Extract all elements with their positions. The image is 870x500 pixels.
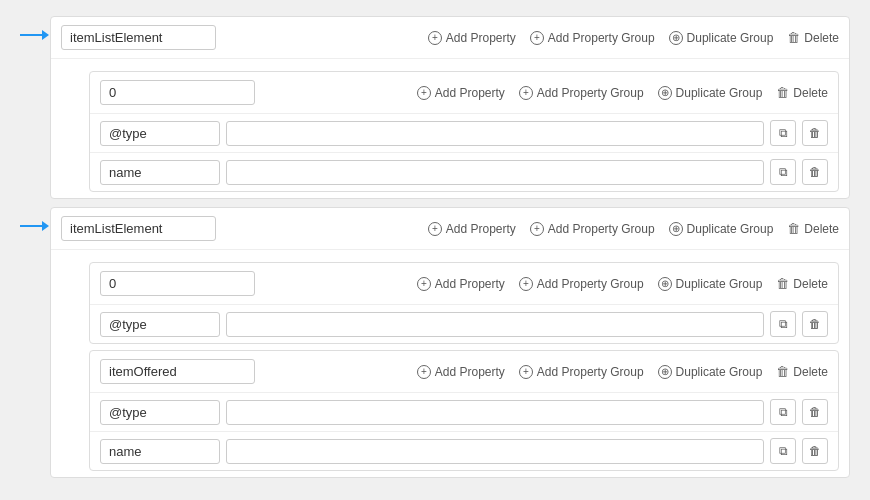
trash-icon: 🗑 bbox=[787, 221, 800, 236]
add-property-button[interactable]: +Add Property bbox=[428, 222, 516, 236]
section-label-input[interactable] bbox=[61, 25, 216, 50]
trash-small-icon: 🗑 bbox=[809, 444, 821, 458]
property-value-input[interactable] bbox=[226, 439, 764, 464]
child-panel: +Add Property+Add Property Group⊕Duplica… bbox=[89, 350, 839, 471]
add-property-button[interactable]: +Add Property bbox=[417, 86, 505, 100]
arrow-head bbox=[42, 30, 49, 40]
add-group-icon: + bbox=[530, 222, 544, 236]
property-row: ⧉🗑 bbox=[90, 153, 838, 191]
child-label-input[interactable] bbox=[100, 80, 255, 105]
property-row: ⧉🗑 bbox=[90, 393, 838, 432]
property-key-input[interactable] bbox=[100, 160, 220, 185]
trash-icon: 🗑 bbox=[776, 85, 789, 100]
copy-button[interactable]: ⧉ bbox=[770, 438, 796, 464]
add-property-button[interactable]: +Add Property bbox=[417, 365, 505, 379]
trash-small-icon: 🗑 bbox=[809, 405, 821, 419]
delete-button[interactable]: 🗑Delete bbox=[776, 276, 828, 291]
arrow-line bbox=[20, 34, 42, 36]
child-group: +Add Property+Add Property Group⊕Duplica… bbox=[89, 350, 839, 471]
delete-property-button[interactable]: 🗑 bbox=[802, 399, 828, 425]
delete-label: Delete bbox=[793, 365, 828, 379]
copy-icon: ⧉ bbox=[779, 126, 788, 140]
add-property-group-label: Add Property Group bbox=[537, 277, 644, 291]
property-key-input[interactable] bbox=[100, 312, 220, 337]
delete-property-button[interactable]: 🗑 bbox=[802, 159, 828, 185]
add-property-button[interactable]: +Add Property bbox=[417, 277, 505, 291]
delete-button[interactable]: 🗑Delete bbox=[787, 221, 839, 236]
copy-button[interactable]: ⧉ bbox=[770, 120, 796, 146]
property-value-input[interactable] bbox=[226, 400, 764, 425]
child-label-input[interactable] bbox=[100, 271, 255, 296]
action-bar: +Add Property+Add Property Group⊕Duplica… bbox=[417, 276, 828, 291]
duplicate-icon: ⊕ bbox=[669, 222, 683, 236]
property-row: ⧉🗑 bbox=[90, 114, 838, 153]
duplicate-icon: ⊕ bbox=[669, 31, 683, 45]
duplicate-group-button[interactable]: ⊕Duplicate Group bbox=[669, 31, 774, 45]
copy-button[interactable]: ⧉ bbox=[770, 311, 796, 337]
delete-property-button[interactable]: 🗑 bbox=[802, 120, 828, 146]
duplicate-group-label: Duplicate Group bbox=[687, 31, 774, 45]
child-panel: +Add Property+Add Property Group⊕Duplica… bbox=[89, 71, 839, 192]
add-property-group-label: Add Property Group bbox=[548, 222, 655, 236]
property-value-input[interactable] bbox=[226, 312, 764, 337]
delete-label: Delete bbox=[793, 86, 828, 100]
delete-property-button[interactable]: 🗑 bbox=[802, 438, 828, 464]
copy-button[interactable]: ⧉ bbox=[770, 399, 796, 425]
add-property-button[interactable]: +Add Property bbox=[428, 31, 516, 45]
add-property-group-button[interactable]: +Add Property Group bbox=[519, 277, 644, 291]
arrow-indicator bbox=[20, 221, 49, 231]
property-key-input[interactable] bbox=[100, 439, 220, 464]
trash-icon: 🗑 bbox=[787, 30, 800, 45]
add-group-icon: + bbox=[519, 365, 533, 379]
add-property-label: Add Property bbox=[446, 31, 516, 45]
duplicate-group-button[interactable]: ⊕Duplicate Group bbox=[658, 86, 763, 100]
add-property-icon: + bbox=[417, 365, 431, 379]
child-header-row: +Add Property+Add Property Group⊕Duplica… bbox=[90, 263, 838, 305]
section-wrapper: +Add Property+Add Property Group⊕Duplica… bbox=[20, 16, 850, 199]
delete-button[interactable]: 🗑Delete bbox=[787, 30, 839, 45]
add-group-icon: + bbox=[530, 31, 544, 45]
property-key-input[interactable] bbox=[100, 121, 220, 146]
add-property-group-label: Add Property Group bbox=[537, 365, 644, 379]
child-header-row: +Add Property+Add Property Group⊕Duplica… bbox=[90, 351, 838, 393]
add-property-group-button[interactable]: +Add Property Group bbox=[519, 365, 644, 379]
add-property-label: Add Property bbox=[435, 277, 505, 291]
delete-label: Delete bbox=[804, 222, 839, 236]
add-property-group-label: Add Property Group bbox=[537, 86, 644, 100]
section-panel: +Add Property+Add Property Group⊕Duplica… bbox=[50, 207, 850, 478]
add-property-group-button[interactable]: +Add Property Group bbox=[519, 86, 644, 100]
duplicate-group-label: Duplicate Group bbox=[676, 277, 763, 291]
section-panel: +Add Property+Add Property Group⊕Duplica… bbox=[50, 16, 850, 199]
add-property-icon: + bbox=[417, 86, 431, 100]
property-row: ⧉🗑 bbox=[90, 305, 838, 343]
add-property-icon: + bbox=[428, 222, 442, 236]
add-property-icon: + bbox=[417, 277, 431, 291]
delete-property-button[interactable]: 🗑 bbox=[802, 311, 828, 337]
child-label-input[interactable] bbox=[100, 359, 255, 384]
duplicate-group-label: Duplicate Group bbox=[687, 222, 774, 236]
section-label-input[interactable] bbox=[61, 216, 216, 241]
delete-label: Delete bbox=[804, 31, 839, 45]
add-property-group-button[interactable]: +Add Property Group bbox=[530, 222, 655, 236]
delete-button[interactable]: 🗑Delete bbox=[776, 85, 828, 100]
arrow-head bbox=[42, 221, 49, 231]
property-key-input[interactable] bbox=[100, 400, 220, 425]
property-row: ⧉🗑 bbox=[90, 432, 838, 470]
add-property-group-button[interactable]: +Add Property Group bbox=[530, 31, 655, 45]
child-group: +Add Property+Add Property Group⊕Duplica… bbox=[89, 262, 839, 344]
add-property-label: Add Property bbox=[435, 365, 505, 379]
add-property-group-label: Add Property Group bbox=[548, 31, 655, 45]
add-property-label: Add Property bbox=[446, 222, 516, 236]
copy-icon: ⧉ bbox=[779, 317, 788, 331]
delete-button[interactable]: 🗑Delete bbox=[776, 364, 828, 379]
property-value-input[interactable] bbox=[226, 121, 764, 146]
copy-button[interactable]: ⧉ bbox=[770, 159, 796, 185]
action-bar: +Add Property+Add Property Group⊕Duplica… bbox=[428, 30, 839, 45]
duplicate-icon: ⊕ bbox=[658, 277, 672, 291]
duplicate-group-button[interactable]: ⊕Duplicate Group bbox=[669, 222, 774, 236]
duplicate-group-button[interactable]: ⊕Duplicate Group bbox=[658, 365, 763, 379]
property-value-input[interactable] bbox=[226, 160, 764, 185]
duplicate-group-button[interactable]: ⊕Duplicate Group bbox=[658, 277, 763, 291]
arrow-indicator bbox=[20, 30, 49, 40]
copy-icon: ⧉ bbox=[779, 165, 788, 179]
